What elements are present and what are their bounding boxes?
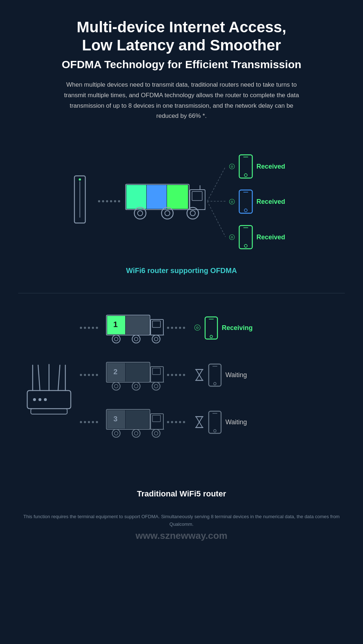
dot: [110, 200, 112, 202]
traditional-layout: 1: [15, 311, 348, 478]
waiting-label-1: Waiting: [225, 371, 247, 379]
device-row-1: ⦾ Received: [229, 154, 285, 179]
svg-point-46: [114, 337, 118, 341]
svg-rect-52: [205, 317, 217, 339]
footer-section: This function requires the terminal equi…: [0, 506, 363, 545]
wifi5-router-wrap: [25, 362, 73, 428]
svg-point-50: [154, 337, 158, 341]
svg-point-45: [112, 335, 120, 343]
header-section: Multi-device Internet Access, Low Latenc…: [0, 0, 363, 132]
branch-area: ⦾ Received ⦾ Receive: [207, 150, 298, 252]
svg-point-11: [138, 211, 143, 216]
phone-icon-3: [238, 225, 253, 249]
svg-point-63: [132, 382, 140, 390]
svg-rect-88: [209, 411, 221, 433]
svg-text:2: 2: [113, 368, 117, 376]
trad-device-3: Waiting: [194, 410, 247, 434]
svg-line-30: [38, 365, 40, 391]
phone-trad-1: [204, 316, 218, 340]
received-label-3: Received: [257, 234, 285, 241]
traditional-caption: Traditional WiFi5 router: [137, 489, 226, 499]
svg-rect-26: [239, 226, 252, 249]
ofdma-caption: WiFi6 router supporting OFDMA: [126, 267, 237, 275]
small-truck-3: 3: [105, 406, 165, 438]
svg-line-17: [207, 167, 225, 201]
svg-point-53: [210, 335, 213, 338]
svg-point-66: [154, 384, 158, 388]
svg-point-15: [190, 211, 195, 216]
svg-rect-35: [31, 409, 67, 414]
wifi-signal-2: ⦾: [229, 198, 235, 206]
phone-icon-2: [238, 189, 253, 214]
svg-rect-23: [239, 190, 252, 213]
trad-row-2: 2: [80, 359, 341, 391]
svg-point-24: [244, 209, 247, 212]
trad-row-3: 3: [80, 406, 341, 438]
sub-title: OFDMA Technology for Efficient Transmiss…: [29, 58, 334, 71]
svg-point-83: [152, 429, 160, 437]
svg-point-10: [134, 207, 146, 219]
svg-rect-8: [192, 191, 202, 201]
dot: [118, 200, 120, 202]
svg-point-2: [79, 178, 81, 181]
trad-device-1: ⦾ Receiving: [194, 316, 253, 340]
svg-point-84: [154, 432, 158, 435]
svg-point-38: [44, 398, 47, 401]
svg-rect-60: [152, 368, 160, 375]
description: When multiple devices need to transmit d…: [58, 80, 305, 122]
trad-device-2: Waiting: [194, 363, 247, 387]
svg-point-21: [244, 174, 247, 177]
dot: [98, 200, 100, 202]
trad-row-1: 1: [80, 311, 341, 344]
svg-point-49: [152, 335, 160, 343]
wifi5-router-icon: [25, 362, 73, 427]
signal-icon-1: ⦾: [194, 323, 201, 333]
main-title: Multi-device Internet Access, Low Latenc…: [29, 18, 334, 55]
waiting-label-2: Waiting: [225, 418, 247, 426]
device-row-3: ⦾ Received: [229, 225, 285, 249]
phone-icon-1: [238, 154, 253, 179]
svg-rect-58: [126, 363, 149, 381]
ofdma-truck-svg: [124, 179, 207, 222]
svg-point-89: [214, 429, 216, 432]
svg-rect-70: [209, 364, 221, 386]
svg-point-71: [214, 382, 216, 385]
wifi6-router-icon: [65, 174, 94, 228]
svg-point-47: [132, 335, 140, 343]
svg-line-19: [207, 201, 225, 237]
footer-text: This function requires the terminal equi…: [22, 513, 341, 528]
svg-point-61: [112, 382, 120, 390]
svg-point-65: [152, 382, 160, 390]
traditional-section: 1: [0, 304, 363, 506]
svg-point-27: [244, 244, 247, 247]
svg-rect-6: [167, 185, 188, 209]
svg-point-14: [187, 207, 199, 219]
svg-text:1: 1: [113, 320, 118, 329]
small-truck-1: 1: [105, 311, 165, 344]
svg-rect-76: [126, 410, 149, 429]
svg-rect-42: [126, 316, 149, 334]
received-label-1: Received: [257, 163, 285, 170]
dot: [102, 200, 104, 202]
svg-rect-5: [147, 185, 167, 209]
page-wrapper: Multi-device Internet Access, Low Latenc…: [0, 0, 363, 644]
svg-rect-44: [152, 321, 160, 327]
received-label-2: Received: [257, 198, 285, 206]
svg-point-12: [162, 207, 173, 219]
device-row-2: ⦾ Received: [229, 189, 285, 214]
svg-point-82: [134, 432, 138, 435]
svg-point-13: [165, 211, 170, 216]
svg-rect-78: [152, 415, 160, 422]
svg-point-37: [38, 398, 41, 401]
dot: [114, 200, 116, 202]
svg-text:3: 3: [113, 415, 117, 423]
wifi-signal-1: ⦾: [229, 162, 235, 171]
ofdma-truck: [124, 179, 207, 224]
svg-point-62: [114, 384, 118, 388]
svg-point-48: [134, 337, 138, 341]
svg-point-79: [112, 429, 120, 437]
watermark: www.sznewway.com: [22, 530, 341, 541]
svg-point-80: [114, 432, 118, 435]
dot: [106, 200, 108, 202]
svg-rect-4: [126, 185, 146, 209]
